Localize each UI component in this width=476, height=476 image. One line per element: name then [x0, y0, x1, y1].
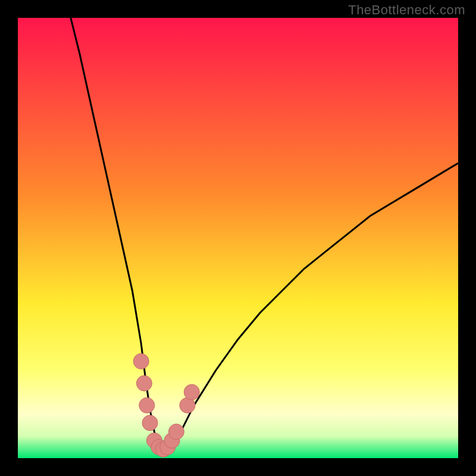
- curve-marker: [136, 375, 152, 391]
- curve-marker: [133, 353, 149, 369]
- curve-marker: [142, 415, 158, 431]
- gradient-background: [18, 18, 458, 458]
- curve-marker: [139, 397, 155, 413]
- chart-svg: [18, 18, 458, 458]
- curve-marker: [168, 424, 184, 440]
- plot-area: [18, 18, 458, 458]
- curve-marker: [184, 384, 199, 400]
- chart-frame: TheBottleneck.com: [0, 0, 476, 476]
- watermark-text: TheBottleneck.com: [348, 2, 465, 18]
